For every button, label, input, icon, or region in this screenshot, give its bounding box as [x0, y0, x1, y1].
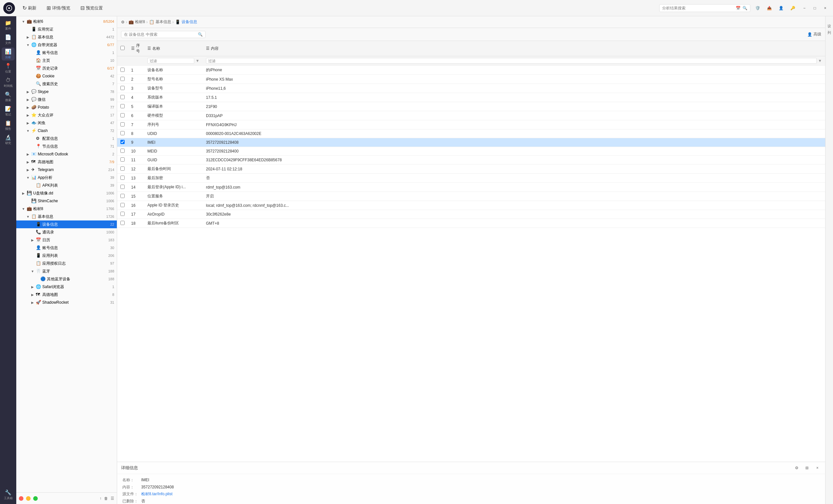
- tree-item-apklist[interactable]: 📋 APK列表 39: [16, 181, 117, 189]
- tree-item-bluetooth[interactable]: ▼ 🦷 蓝牙 188: [16, 267, 117, 275]
- tree-delete-btn[interactable]: 🗑: [104, 496, 108, 501]
- nav-item-tools[interactable]: 🔧 工具箱: [2, 488, 15, 501]
- toggle-wechat[interactable]: ▶: [26, 98, 30, 101]
- row-checkbox[interactable]: [120, 122, 125, 126]
- toggle-gaode[interactable]: ▶: [26, 160, 30, 164]
- filter-content-icon[interactable]: ▼: [818, 58, 822, 63]
- close-dot[interactable]: [19, 496, 23, 501]
- advanced-button[interactable]: 👤 高级: [807, 31, 821, 37]
- toggle-bluetooth[interactable]: ▼: [30, 269, 34, 273]
- tree-item-jiancai6[interactable]: ▼ 💼 检材6 8/5204: [16, 18, 117, 25]
- tree-item-jibenmessage6[interactable]: ▶ 📋 基本信息 4472: [16, 33, 117, 41]
- toggle-jiancai8[interactable]: ▼: [22, 207, 25, 211]
- table-row[interactable]: 7 序列号 FFNXG4G9KPHJ: [117, 120, 825, 129]
- row-checkbox[interactable]: [120, 77, 125, 81]
- tree-item-browser[interactable]: ▼ 🌐 自带浏览器 6/77: [16, 41, 117, 49]
- tree-item-yingyongpingzheng[interactable]: 📱 应用凭证 1: [16, 25, 117, 33]
- nav-item-files[interactable]: 📄 文件: [2, 33, 15, 46]
- nav-item-notes[interactable]: 📝 笔记: [2, 105, 15, 118]
- tree-item-config[interactable]: ⚙ 配置信息 1: [16, 135, 117, 143]
- tree-item-otherbt[interactable]: 🔵 其他蓝牙设备 188: [16, 275, 117, 283]
- row-checkbox[interactable]: [120, 104, 125, 108]
- row-checkbox[interactable]: [120, 203, 125, 207]
- table-row[interactable]: 5 编译版本 21F90: [117, 102, 825, 111]
- row-checkbox[interactable]: [120, 185, 125, 189]
- table-row[interactable]: 3 设备型号 iPhone11,6: [117, 84, 825, 93]
- table-row[interactable]: 15 位置服务 开启: [117, 192, 825, 201]
- table-row[interactable]: 14 最后登录(Apple ID) i... rdmf_top@163.com: [117, 183, 825, 192]
- tree-item-nodes[interactable]: 📍 节点信息 71: [16, 143, 117, 150]
- nav-item-report[interactable]: 📋 报告: [2, 119, 15, 132]
- tree-item-applist[interactable]: 📱 应用列表 206: [16, 252, 117, 259]
- restore-button[interactable]: □: [810, 4, 819, 13]
- user-button[interactable]: 👤: [777, 4, 785, 13]
- tree-item-appauth[interactable]: 📋 应用授权日志 97: [16, 259, 117, 267]
- shield-button[interactable]: 🛡️: [753, 4, 762, 13]
- row-checkbox[interactable]: [120, 131, 125, 135]
- content-search-input[interactable]: [124, 32, 196, 37]
- key-button[interactable]: 🔑: [788, 4, 797, 13]
- tree-item-wechat[interactable]: ▶ 💬 微信 99: [16, 96, 117, 103]
- tree-item-potato[interactable]: ▶ 🥔 Potato 77: [16, 103, 117, 111]
- row-checkbox[interactable]: [120, 68, 125, 72]
- breadcrumb-jibenmessage[interactable]: 📋 基本信息: [149, 19, 171, 25]
- row-checkbox[interactable]: [120, 113, 125, 117]
- tree-up-btn[interactable]: ↑: [100, 496, 101, 501]
- toggle-outlook[interactable]: ▶: [26, 152, 30, 156]
- tree-item-shimcache[interactable]: 💾 ShimCache 1006: [16, 197, 117, 205]
- row-checkbox[interactable]: [120, 95, 125, 99]
- tree-item-clash[interactable]: ▼ ⚡ Clash 72: [16, 127, 117, 135]
- toggle-calendar[interactable]: ▶: [30, 238, 34, 242]
- tree-item-appanalysis[interactable]: ▼ 📊 App分析 39: [16, 174, 117, 181]
- row-checkbox[interactable]: [120, 140, 125, 144]
- global-search-input[interactable]: [662, 6, 734, 10]
- toggle-safari[interactable]: ▶: [30, 285, 34, 289]
- nav-item-search[interactable]: 🔍 搜索: [2, 91, 15, 103]
- table-row[interactable]: 12 最后备份时间 2024-07-11 02:12:18: [117, 165, 825, 174]
- tree-item-accountinfo[interactable]: 👤 账号信息 30: [16, 244, 117, 252]
- tree-item-dazong[interactable]: ▶ ⭐ 大众点评 17: [16, 111, 117, 119]
- detail-preview-button[interactable]: ⊞ 详情/预览: [44, 4, 73, 12]
- table-row[interactable]: 13 最后加密 否: [117, 174, 825, 183]
- tree-item-deviceinfo[interactable]: 📱 设备信息 22: [16, 221, 117, 228]
- global-search-bar[interactable]: 📅 🔍: [659, 4, 751, 12]
- row-checkbox[interactable]: [120, 176, 125, 180]
- row-checkbox[interactable]: [120, 167, 125, 171]
- detail-columns-btn[interactable]: ⊞: [803, 464, 811, 472]
- minimize-button[interactable]: −: [800, 4, 809, 13]
- row-checkbox[interactable]: [120, 194, 125, 198]
- table-row[interactable]: 11 GUID 312ECDCC0429F9CFF38E64ED26B85678: [117, 156, 825, 165]
- tree-item-zhanghaoxinxi[interactable]: 👤 账号信息 1: [16, 49, 117, 56]
- toggle-dazong[interactable]: ▶: [26, 113, 30, 117]
- export-button[interactable]: 📤: [765, 4, 774, 13]
- tree-item-gaode8[interactable]: ▶ 🗺 高德地图 8: [16, 291, 117, 299]
- toggle-jbxx6[interactable]: ▶: [26, 35, 30, 39]
- search-icon[interactable]: 🔍: [742, 6, 747, 10]
- filter-content-input[interactable]: [206, 58, 817, 64]
- right-panel-columns-btn[interactable]: 列: [826, 25, 833, 30]
- tree-item-jibenmessage8[interactable]: ▼ 📋 基本信息 1726: [16, 213, 117, 221]
- filter-name-input[interactable]: [147, 58, 194, 64]
- tree-item-history[interactable]: 📅 历史记录 6/17: [16, 65, 117, 72]
- table-row[interactable]: 16 Apple ID 登录历史 local; rdmf_top@163.com…: [117, 201, 825, 210]
- toggle-udisk[interactable]: ▶: [22, 191, 25, 195]
- toggle-jbxx8[interactable]: ▼: [26, 215, 30, 219]
- tree-item-shadowrocket[interactable]: ▶ 🚀 ShadowRocket 31: [16, 299, 117, 306]
- toggle-potato[interactable]: ▶: [26, 105, 30, 109]
- toggle-clash[interactable]: ▼: [26, 129, 30, 133]
- breadcrumb-jiancai8[interactable]: 💼 检材8: [128, 19, 145, 25]
- table-row[interactable]: 17 AirDropID 30c3f6262e8e: [117, 210, 825, 219]
- toggle-gaode8[interactable]: ▶: [30, 293, 34, 297]
- breadcrumb-deviceinfo[interactable]: 📱 设备信息: [175, 19, 197, 25]
- filter-name-icon[interactable]: ▼: [195, 58, 199, 63]
- tree-item-homepage[interactable]: 🏠 主页 10: [16, 56, 117, 65]
- refresh-button[interactable]: ↻ 刷新: [20, 4, 39, 12]
- table-row[interactable]: 18 最后ituns备份时区 GMT+8: [117, 219, 825, 228]
- table-row[interactable]: 10 MEID 357272092128400: [117, 147, 825, 156]
- table-row[interactable]: 6 硬件模型 D331pAP: [117, 111, 825, 120]
- detail-close-btn[interactable]: ×: [813, 464, 821, 472]
- tree-item-cookie[interactable]: 🍪 Cookie 42: [16, 72, 117, 80]
- content-search-bar[interactable]: 🔍: [121, 31, 206, 38]
- tree-item-telegram[interactable]: ▶ ✈ Telegram 214: [16, 166, 117, 174]
- toggle-appanalysis[interactable]: ▼: [26, 176, 30, 179]
